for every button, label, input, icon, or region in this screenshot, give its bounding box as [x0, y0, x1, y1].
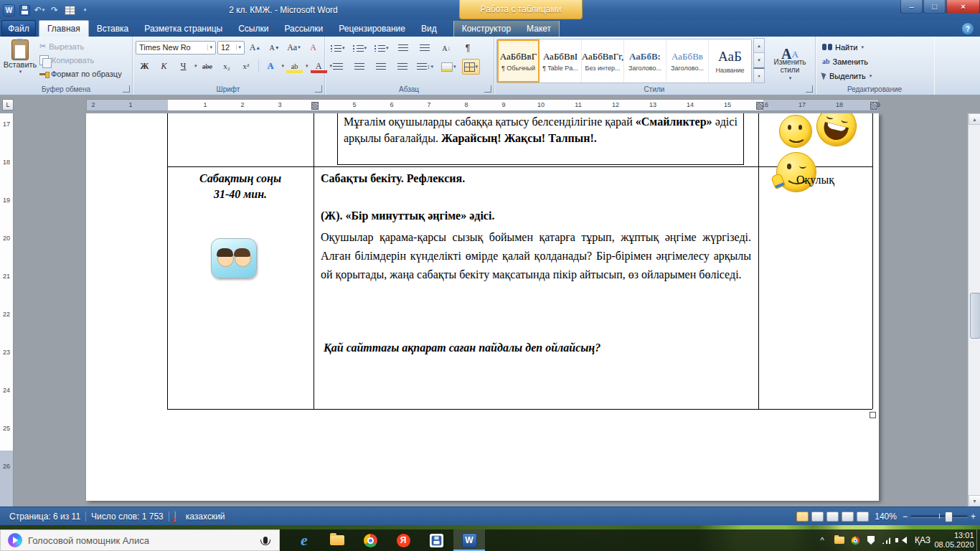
text-effects-button[interactable]: А — [262, 58, 280, 74]
tab-table-layout[interactable]: Макет — [519, 21, 559, 37]
tab-home[interactable]: Главная — [39, 20, 89, 37]
web-layout-view-button[interactable] — [826, 512, 839, 522]
save-button[interactable] — [19, 4, 30, 16]
style-heading1[interactable]: АаБбВ: Заголово... — [624, 39, 666, 83]
align-right-button[interactable] — [372, 59, 390, 75]
taskbar-app-ie[interactable]: e — [288, 529, 320, 551]
tab-insert[interactable]: Вставка — [89, 21, 137, 37]
zoom-out-button[interactable]: − — [903, 512, 908, 522]
find-button[interactable]: Найти ▾ — [822, 40, 864, 54]
sort-button[interactable]: А↓ — [438, 40, 456, 56]
underline-button[interactable]: Ч — [174, 58, 192, 74]
clock[interactable]: 13:01 08.05.2020 — [934, 529, 974, 551]
smiley-smile-image[interactable] — [779, 115, 812, 148]
style-normal[interactable]: АаБбВвГ ¶ Обычный — [497, 39, 540, 83]
smiley-images[interactable] — [772, 113, 867, 202]
qat-customize-button[interactable]: ▾ — [79, 4, 90, 16]
table-column-marker[interactable] — [870, 102, 877, 110]
strikethrough-button[interactable]: abe — [199, 58, 217, 74]
clear-formatting-button[interactable]: А — [304, 39, 322, 55]
shading-button[interactable]: ▾ — [439, 59, 458, 75]
lesson-body-paragraph[interactable]: Оқушылар қарама-қарсы сызық бойымен қата… — [321, 228, 751, 284]
table-tool-button[interactable] — [64, 4, 75, 16]
tab-table-design[interactable]: Конструктор — [454, 21, 519, 37]
zoom-slider[interactable] — [910, 515, 968, 518]
grow-font-button[interactable]: А▲ — [246, 39, 264, 55]
styles-dialog-launcher[interactable] — [806, 85, 813, 93]
redo-button[interactable]: ↷ — [49, 4, 60, 16]
style-gallery-more-icon[interactable]: ▾ — [753, 67, 765, 83]
align-left-button[interactable] — [329, 59, 347, 75]
borders-button[interactable]: ▾ — [462, 59, 481, 75]
reflection-question[interactable]: Қай сайттағы ақпарат саған пайдалы деп о… — [324, 342, 754, 354]
close-button[interactable]: × — [946, 0, 980, 14]
help-icon[interactable]: ? — [961, 22, 974, 35]
increase-indent-button[interactable] — [416, 40, 434, 56]
undo-dropdown-icon[interactable]: ▾ — [42, 7, 45, 13]
style-heading2[interactable]: АаБбВв Заголово... — [666, 39, 709, 83]
volume-icon[interactable] — [895, 529, 910, 551]
smiley-laugh-image[interactable] — [812, 113, 861, 151]
taskbar-app-word[interactable]: W — [453, 529, 485, 551]
multilevel-list-button[interactable]: ▾ — [372, 40, 391, 56]
draft-view-button[interactable] — [857, 512, 869, 522]
tray-chrome-icon[interactable] — [848, 529, 862, 551]
show-desktop-button[interactable] — [976, 529, 980, 551]
paragraph-dialog-launcher[interactable] — [484, 85, 491, 93]
zoom-slider-thumb[interactable] — [945, 512, 953, 522]
print-layout-view-button[interactable] — [796, 512, 809, 522]
format-painter-button[interactable]: Формат по образцу — [39, 67, 122, 80]
table-column-marker[interactable] — [311, 102, 319, 110]
paste-dropdown-icon[interactable]: ▾ — [19, 69, 22, 75]
minimize-button[interactable]: – — [900, 0, 923, 14]
taskbar-app-yandex[interactable]: Я — [387, 529, 419, 551]
replace-button[interactable]: ab Заменить — [822, 55, 868, 68]
line-spacing-button[interactable]: ↕▾ — [415, 59, 435, 75]
tab-mailings[interactable]: Рассылки — [276, 21, 331, 37]
style-scroll-up-icon[interactable]: ▲ — [753, 38, 765, 53]
stage-name-text[interactable]: Сабақтың соңы — [167, 172, 314, 185]
tray-folder-icon[interactable] — [832, 529, 847, 551]
spellcheck-status[interactable]: ✗ — [169, 512, 181, 522]
table-resize-handle[interactable] — [870, 412, 876, 418]
vertical-scrollbar[interactable]: ▲ ▼ — [968, 113, 980, 507]
assessment-bold-praise[interactable]: Жарайсың! Жақсы! Талпын!. — [441, 132, 597, 144]
change-case-button[interactable]: Аа▾ — [285, 39, 303, 55]
shrink-font-button[interactable]: А▼ — [265, 39, 283, 55]
zoom-level[interactable]: 140% — [872, 512, 900, 522]
children-talking-image[interactable] — [211, 238, 257, 278]
stage-time-text[interactable]: 31-40 мин. — [167, 188, 314, 201]
tray-shield-icon[interactable] — [864, 529, 878, 551]
justify-button[interactable] — [393, 59, 411, 75]
font-name-combo[interactable]: Times New Ro▾ — [136, 41, 216, 55]
microphone-icon[interactable] — [263, 537, 268, 544]
clipboard-dialog-launcher[interactable] — [123, 85, 130, 93]
style-table-paragraph[interactable]: АаБбВвІ ¶ Table Pa... — [540, 39, 582, 83]
undo-button[interactable]: ↶▾ — [34, 4, 45, 16]
tab-file[interactable]: Файл — [1, 20, 36, 37]
tab-stop-selector[interactable]: L — [2, 99, 14, 110]
superscript-button[interactable]: x² — [237, 58, 255, 74]
tab-page-layout[interactable]: Разметка страницы — [136, 21, 230, 37]
zoom-in-button[interactable]: + — [971, 512, 976, 522]
tab-view[interactable]: Вид — [413, 21, 445, 37]
table-column-marker[interactable] — [756, 102, 763, 110]
font-size-combo[interactable]: 12▾ — [217, 41, 245, 55]
tab-references[interactable]: Ссылки — [230, 21, 276, 37]
change-styles-button[interactable]: А А Изменить стили ▾ — [769, 39, 811, 85]
horizontal-ruler[interactable]: 2 1 1 2 3 4 5 6 7 8 9 10 11 12 13 14 15 … — [86, 99, 879, 111]
style-no-spacing[interactable]: АаБбВвГг, Без интер... — [582, 39, 624, 83]
outline-view-button[interactable] — [842, 512, 854, 522]
highlight-button[interactable]: ab — [286, 58, 303, 74]
vertical-ruler[interactable]: 17 18 19 20 21 22 23 24 25 26 — [0, 113, 14, 507]
word-count[interactable]: Число слов: 1 753 — [86, 512, 169, 522]
page-indicator[interactable]: Страница: 6 из 11 — [4, 512, 85, 522]
style-title[interactable]: АаБ Название — [709, 39, 751, 83]
bold-button[interactable]: Ж — [136, 58, 154, 74]
language-switcher[interactable]: ҚАЗ — [911, 529, 934, 551]
italic-button[interactable]: К — [155, 58, 173, 74]
maximize-button[interactable]: □ — [923, 0, 946, 14]
select-button[interactable]: Выделить ▾ — [822, 69, 872, 83]
subscript-button[interactable]: x₂ — [218, 58, 236, 74]
method-title[interactable]: (Ж). «Бір минуттық әңгіме» әдісі. — [321, 209, 751, 222]
